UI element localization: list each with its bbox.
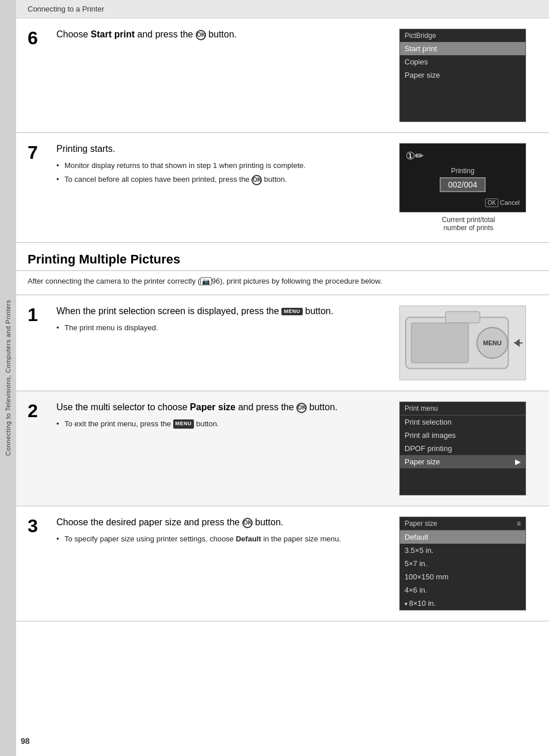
section-heading: Printing Multiple Pictures [16,243,549,271]
step-7-number: 7 [28,143,48,162]
step-1-number: 1 [28,306,48,324]
header-title: Connecting to a Printer [28,5,104,13]
step-7-bullet-1: Monitor display returns to that shown in… [56,160,388,171]
step-6-section: 6 Choose Start print and press the OK bu… [16,18,549,133]
ok-icon-2: OK [251,175,262,185]
step-6-number: 6 [28,29,48,47]
svg-text:MENU: MENU [483,339,501,346]
paper-size-35x5: 3.5×5 in. [400,544,525,557]
step-2-bold: Paper size [190,402,235,412]
step-2-image: Print menu Print selection Print all ima… [399,402,537,495]
paper-size-menu: Paper size ≡ Default 3.5×5 in. 5×7 in. 1… [399,517,526,610]
ok-icon-step3: OK [242,518,253,528]
print-menu-item-selection: Print selection [400,415,525,429]
pictbridge-item-papersize: Paper size [400,68,525,82]
step-1-bullet-1: The print menu is displayed. [56,322,388,334]
step-3-bullet-1: To specify paper size using printer sett… [56,533,388,545]
paper-size-100x150: 100×150 mm [400,570,525,583]
paper-size-title: Paper size [405,520,437,528]
printing-icons: ①✏ [406,150,520,162]
step-3-image: Paper size ≡ Default 3.5×5 in. 5×7 in. 1… [399,517,537,610]
step-3-number: 3 [28,517,48,535]
step-2-bullet-1: To exit the print menu, press the MENU b… [56,418,388,430]
step-7-bullet-2: To cancel before all copies have been pr… [56,174,388,185]
step-7-image: ①✏ Printing 002/004 OK Cancel Current pr… [399,143,537,232]
ref-icon: 📷 [200,277,212,285]
step-2-number: 2 [28,402,48,420]
print-menu-item-papersize: Paper size▶ [400,455,525,468]
step-3-section: 3 Choose the desired paper size and pres… [16,506,549,621]
print-menu: Print menu Print selection Print all ima… [399,402,526,495]
svg-rect-1 [445,311,479,323]
step-7-title: Printing starts. [56,143,388,155]
paper-size-8x10: 8×10 in. [400,597,525,610]
printing-caption: Current print/totalnumber of prints [399,216,537,232]
print-menu-item-all: Print all images [400,429,525,442]
ok-icon: OK [196,30,206,40]
step-1-image: MENU [399,306,537,380]
printing-label: Printing [406,167,520,175]
print-menu-item-dpof: DPOF printing [400,442,525,455]
step-2-title: Use the multi selector to choose Paper s… [56,402,388,414]
step-6-title-end: button. [206,29,237,39]
pictbridge-item-copies: Copies [400,55,525,68]
pictbridge-menu: PictBridge Start print Copies Paper size [399,29,526,122]
step-3-bullets: To specify paper size using printer sett… [56,533,388,545]
paper-size-4x6: 4×6 in. [400,583,525,597]
step-1-section: 1 When the print selection screen is dis… [16,295,549,391]
sidebar-label: Connecting to Televisions, Computers and… [5,300,12,456]
step-2-section: 2 Use the multi selector to choose Paper… [16,391,549,506]
step-7-bullets: Monitor display returns to that shown in… [56,160,388,185]
step-7-section: 7 Printing starts. Monitor display retur… [16,133,549,243]
default-bold: Default [236,534,261,543]
menu-btn-step1: MENU [281,308,303,316]
printing-counter: 002/004 [440,177,486,192]
step-6-image: PictBridge Start print Copies Paper size [399,29,537,122]
ok-icon-step2: OK [296,403,307,413]
pictbridge-item-empty2 [400,95,525,108]
step-1-title: When the print selection screen is displ… [56,306,388,318]
step-3-title: Choose the desired paper size and press … [56,517,388,529]
page-number: 98 [21,736,30,746]
printing-cancel: OK Cancel [485,199,520,206]
pictbridge-item-empty3 [400,108,525,121]
step-1-bullets: The print menu is displayed. [56,322,388,334]
printing-status-box: ①✏ Printing 002/004 OK Cancel [399,143,526,212]
step-6-title-pre: Choose [56,29,91,39]
paper-size-default: Default [400,530,525,544]
step-2-bullets: To exit the print menu, press the MENU b… [56,418,388,430]
print-menu-item-empty1 [400,468,525,482]
svg-rect-2 [411,323,468,362]
step-6-title-post: and press the [135,29,196,39]
paper-size-icon: ≡ [517,520,521,528]
section-intro: After connecting the camera to the print… [16,271,549,295]
pictbridge-item-empty1 [400,82,525,95]
step-6-title-bold: Start print [91,29,135,39]
pictbridge-header: PictBridge [400,29,525,42]
pictbridge-item-startprint: Start print [400,42,525,55]
camera-diagram: MENU [399,306,526,380]
menu-btn-step2: MENU [173,419,195,429]
print-menu-item-empty2 [400,482,525,495]
page-header: Connecting to a Printer [16,0,549,18]
paper-size-header: Paper size ≡ [400,517,525,530]
print-menu-header: Print menu [400,402,525,415]
paper-size-5x7: 5×7 in. [400,557,525,570]
sidebar: Connecting to Televisions, Computers and… [0,0,16,756]
step-6-title: Choose Start print and press the OK butt… [56,29,388,41]
